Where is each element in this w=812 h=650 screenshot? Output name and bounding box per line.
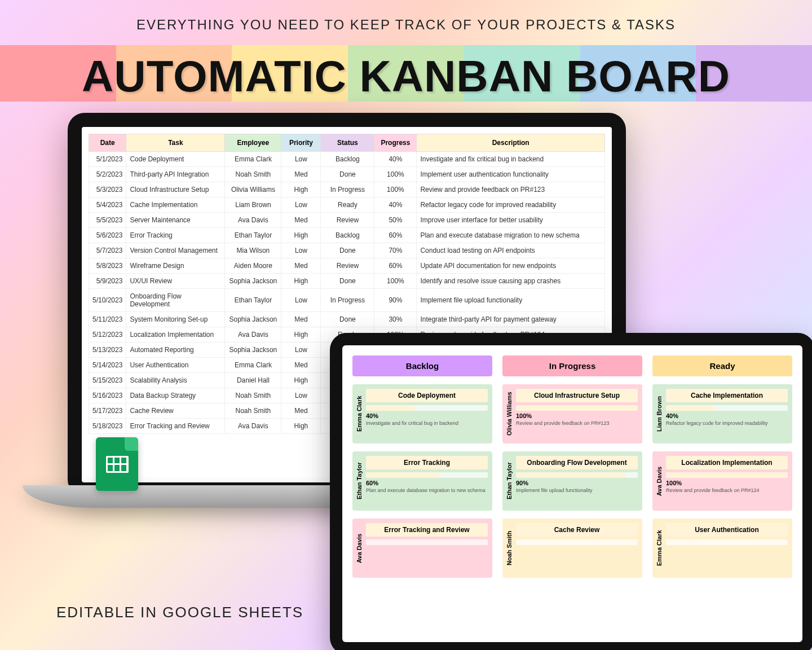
cell-date: 5/15/2023 [89,373,126,388]
cell-description: Integrate third-party API for payment ga… [417,312,605,327]
cell-employee: Ethan Taylor [225,289,281,312]
card-owner: Ava Davis [655,454,664,508]
cell-description: Conduct load testing on API endpoints [417,243,605,258]
cell-date: 5/18/2023 [89,419,126,434]
kanban-col-progress: In Progress Olivia WilliamsCloud Infrast… [502,355,642,586]
cell-date: 5/8/2023 [89,258,126,274]
cell-date: 5/17/2023 [89,403,126,419]
cell-task: Server Maintenance [126,213,225,228]
card-percent: 40% [366,412,488,419]
card-percent: 40% [666,412,788,419]
col-status: Status [321,134,374,152]
cell-task: Error Tracking and Review [126,419,225,434]
kanban-head-progress: In Progress [502,355,642,376]
cell-employee: Ava Davis [225,213,281,228]
cell-progress: 30% [374,312,417,327]
col-description: Description [417,134,605,152]
footer-text: EDITABLE IN GOOGLE SHEETS [56,604,303,621]
google-sheets-icon [96,437,138,491]
cell-employee: Ethan Taylor [225,228,281,243]
cell-employee: Mia Wilson [225,243,281,258]
cell-date: 5/6/2023 [89,228,126,243]
cell-priority: Low [281,243,321,258]
cell-task: Automated Reporting [126,342,225,358]
cell-task: Cache Implementation [126,197,225,213]
table-row: 5/7/2023Version Control ManagementMia Wi… [89,243,605,258]
cell-description: Improve user interface for better usabil… [417,213,605,228]
cell-description: Investigate and fix critical bug in back… [417,152,605,167]
card-owner: Ethan Taylor [355,454,364,508]
card-title: Localization Implementation [666,456,788,469]
col-priority: Priority [281,134,321,152]
card-title: Code Deployment [366,389,488,402]
card-title: Error Tracking [366,456,488,469]
cell-priority: Low [281,289,321,312]
cell-task: Version Control Management [126,243,225,258]
cell-employee: Emma Clark [225,358,281,373]
card-desc: Review and provide feedback on PR#123 [516,420,638,427]
cell-progress: 90% [374,289,417,312]
card-desc: Investigate and fix critical bug in back… [366,420,488,427]
table-row: 5/9/2023UX/UI ReviewSophia JacksonHighDo… [89,274,605,289]
cell-priority: High [281,419,321,434]
kanban-card: Ethan TaylorError Tracking60%Plan and ex… [352,451,492,511]
cell-employee: Olivia Williams [225,182,281,197]
kanban-head-backlog: Backlog [352,355,492,376]
cell-date: 5/11/2023 [89,312,126,327]
card-title: Onboarding Flow Development [516,456,638,469]
cell-employee: Ava Davis [225,327,281,342]
kanban-card: Emma ClarkUser Authentication [652,519,792,578]
cell-task: Error Tracking [126,228,225,243]
card-progress-bar [516,405,638,411]
cell-priority: Low [281,388,321,403]
cell-progress: 100% [374,167,417,182]
card-title: Cache Implementation [666,389,788,402]
card-progress-bar [516,472,638,478]
table-row: 5/5/2023Server MaintenanceAva DavisMedRe… [89,213,605,228]
kanban-card: Ava DavisLocalization Implementation100%… [652,451,792,511]
card-percent: 100% [666,480,788,486]
kanban-card: Ava DavisError Tracking and Review [352,519,492,578]
tagline: EVERYTHING YOU NEED TO KEEP TRACK OF YOU… [0,17,812,33]
cell-date: 5/1/2023 [89,152,126,167]
cell-task: User Authentication [126,358,225,373]
cell-employee: Sophia Jackson [225,342,281,358]
cell-priority: Med [281,167,321,182]
cell-task: Wireframe Design [126,258,225,274]
cell-progress: 50% [374,213,417,228]
table-row: 5/11/2023System Monitoring Set-upSophia … [89,312,605,327]
cell-description: Review and provide feedback on PR#123 [417,182,605,197]
cell-progress: 60% [374,228,417,243]
cell-progress: 60% [374,258,417,274]
card-desc: Refactor legacy code for improved readab… [666,420,788,427]
cell-date: 5/5/2023 [89,213,126,228]
cell-employee: Noah Smith [225,388,281,403]
cell-task: UX/UI Review [126,274,225,289]
kanban-col-backlog: Backlog Emma ClarkCode Deployment40%Inve… [352,355,492,586]
cell-task: System Monitoring Set-up [126,312,225,327]
card-owner: Noah Smith [505,521,514,576]
cell-description: Implement user authentication functional… [417,167,605,182]
card-percent: 100% [516,412,638,419]
cell-priority: Low [281,152,321,167]
cell-task: Code Deployment [126,152,225,167]
cell-task: Cache Review [126,403,225,419]
card-percent: 60% [366,480,488,486]
cell-status: Review [321,213,374,228]
cell-employee: Daniel Hall [225,373,281,388]
cell-status: Done [321,312,374,327]
table-row: 5/1/2023Code DeploymentEmma ClarkLowBack… [89,152,605,167]
cell-status: Done [321,167,374,182]
card-progress-bar [366,539,488,545]
table-row: 5/8/2023Wireframe DesignAiden MooreMedRe… [89,258,605,274]
card-title: Cloud Infrastructure Setup [516,389,638,402]
cell-date: 5/10/2023 [89,289,126,312]
tablet-screen: Backlog Emma ClarkCode Deployment40%Inve… [342,345,802,642]
main-title: AUTOMATIC KANBAN BOARD [0,51,812,102]
cell-date: 5/12/2023 [89,327,126,342]
cell-date: 5/2/2023 [89,167,126,182]
cell-employee: Aiden Moore [225,258,281,274]
cell-task: Onboarding Flow Development [126,289,225,312]
cell-priority: Med [281,358,321,373]
cell-employee: Sophia Jackson [225,312,281,327]
